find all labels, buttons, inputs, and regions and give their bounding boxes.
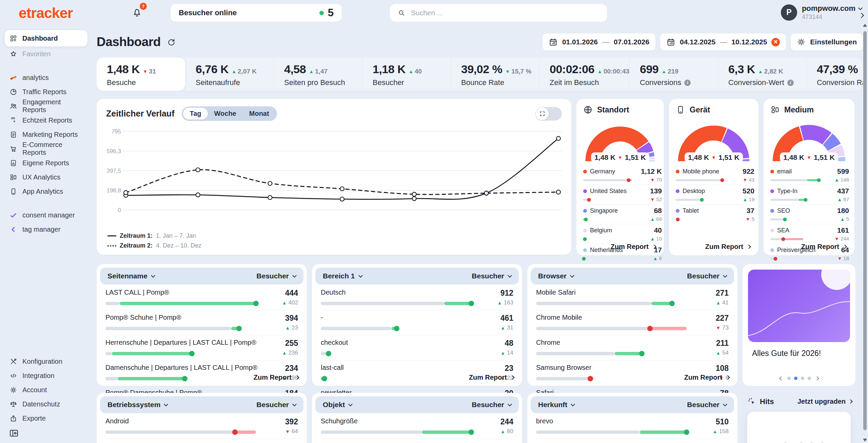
metric-select[interactable]: Besucher — [256, 401, 296, 409]
scroll-up-icon[interactable] — [863, 24, 867, 27]
sidebar-item-konfiguration[interactable]: Konfiguration — [5, 355, 87, 368]
account-switcher[interactable]: P pompwow.com 473144 — [781, 4, 862, 21]
info-icon[interactable]: i — [684, 80, 691, 86]
sidebar-item-eigene-reports[interactable]: Eigene Reports — [5, 156, 87, 170]
metric-select[interactable]: Besucher — [687, 272, 727, 280]
kpi-card-conversions[interactable]: 699▲219Conversionsi — [629, 58, 718, 91]
zum-report-link[interactable]: Zum Report — [469, 374, 514, 381]
sidebar-item-analytics[interactable]: analytics — [5, 71, 87, 84]
zum-report-link[interactable]: Zum Report — [254, 374, 299, 381]
dimension-select[interactable]: Bereich 1 — [323, 272, 362, 280]
row-value: 37 — [729, 207, 754, 215]
table-row[interactable]: Damenschuhe | Departures | LAST CALL | P… — [105, 360, 298, 385]
zum-report-link[interactable]: Zum Report — [705, 243, 750, 251]
sidebar-item-ux-analytics[interactable]: UX Analytics — [5, 170, 87, 184]
metric-select[interactable]: Besucher — [472, 401, 511, 409]
table-row[interactable]: Schuhgröße244▲80 — [321, 414, 513, 439]
kpi-card-besuche[interactable]: 1,48 K▼31Besuche — [97, 58, 185, 91]
clear-range-icon[interactable]: ✕ — [771, 38, 780, 46]
table-row[interactable]: Chrome211▲54 — [536, 335, 729, 360]
kpi-card-zeit-im-besuch[interactable]: 00:02:06▲00:00:43Zeit im Besuch — [539, 58, 629, 91]
table-row[interactable]: Android392▼64 — [105, 414, 298, 439]
table-row[interactable]: iOS379▲43 — [105, 439, 298, 443]
series-color-dot — [676, 170, 679, 173]
sidebar-item-e-commerce-reports[interactable]: E-Commerce Reports — [5, 142, 87, 155]
carousel-dot[interactable] — [787, 377, 791, 380]
sidebar-item-favoriten[interactable]: Favoriten — [5, 47, 87, 61]
collapse-sidebar-button[interactable] — [8, 428, 20, 438]
table-row[interactable]: Deutsch912▲163 — [321, 285, 513, 310]
zum-report-link[interactable]: Zum Report — [801, 243, 846, 251]
table-row[interactable]: Chrome Mobile227▼73 — [536, 310, 729, 335]
dimension-select[interactable]: Objekt — [323, 401, 352, 409]
kpi-label: Conversions — [640, 78, 681, 87]
search-input[interactable] — [410, 8, 599, 17]
metric-select[interactable]: Besucher — [472, 272, 511, 280]
metric-select[interactable]: Besucher — [256, 272, 296, 280]
sidebar-item-app-analytics[interactable]: App Analytics — [5, 185, 87, 198]
table-row[interactable]: checkout48▲14 — [321, 335, 513, 360]
table-row[interactable]: Herrenschuhe | Departures | LAST CALL | … — [105, 335, 298, 360]
sidebar-item-account[interactable]: Account — [5, 383, 87, 397]
sidebar-item-integration[interactable]: Integration — [5, 369, 87, 382]
sidebar-item-echtzeit-reports[interactable]: Echtzeit Reports — [5, 113, 87, 127]
sidebar-item-dashboard[interactable]: Dashboard — [5, 30, 87, 46]
upgrade-button[interactable]: Jetzt upgraden — [797, 398, 852, 405]
kpi-card-besucher[interactable]: 1,18 K▲40Besucher — [362, 58, 451, 91]
zum-report-link[interactable]: Zum Report — [684, 374, 729, 381]
table-row[interactable]: LAST CALL | Pomp®444▲402 — [105, 285, 298, 310]
trend-down-icon: ▼ — [143, 69, 147, 74]
carousel-dot[interactable] — [794, 377, 797, 380]
date-range-picker-2[interactable]: 04.12.2025—10.12.2025✕ — [660, 34, 786, 50]
kpi-value: 39,02 % — [461, 63, 502, 76]
visitors-online-widget[interactable]: Besucher online 5 — [171, 4, 342, 22]
table-row[interactable]: LAST CALL33▲20 — [321, 439, 513, 443]
dimension-select[interactable]: Betriebssystem — [107, 401, 167, 409]
toggle-woche[interactable]: Woche — [208, 108, 243, 120]
sidebar-item-tag-manager[interactable]: tag manager — [5, 223, 87, 236]
sidebar-item-exporte[interactable]: Exporte — [5, 412, 87, 425]
info-icon[interactable]: i — [787, 80, 794, 86]
date-range-picker-1[interactable]: 01.01.2026—07.01.2026 — [542, 34, 655, 50]
expand-chart-toggle[interactable] — [535, 107, 562, 121]
vertical-scrollbar[interactable] — [863, 24, 867, 443]
kpi-card-seiten-pro-besuch[interactable]: 4,58▲1,47Seiten pro Besuch — [274, 58, 362, 91]
carousel-dot[interactable] — [808, 377, 811, 380]
table-row[interactable]: Direkteinstieg386▲62 — [536, 439, 729, 443]
kpi-card-conversion-rate[interactable]: 47,39 %Conversion Rate — [806, 58, 863, 91]
scroll-down-icon[interactable] — [863, 439, 867, 442]
table-row[interactable]: Pomp® Schuhe | Pomp®394▲23 — [105, 310, 298, 335]
promo-carousel — [743, 377, 855, 380]
settings-button[interactable]: Einstellungen — [791, 34, 863, 50]
table-row[interactable]: Samsung Browser108▼6 — [536, 360, 729, 385]
dimension-select[interactable]: Browser — [538, 272, 574, 280]
carousel-prev-icon[interactable] — [779, 376, 784, 381]
table-row[interactable]: -461▲31 — [321, 310, 513, 335]
dimension-select[interactable]: Herkunft — [538, 401, 574, 409]
sidebar-item-engagement-reports[interactable]: Engagement Reports — [5, 99, 87, 113]
carousel-dot[interactable] — [801, 377, 804, 380]
row-label: Mobile phone — [683, 168, 719, 175]
sidebar-item-traffic-reports[interactable]: Traffic Reports — [5, 85, 87, 99]
kpi-card-seitenaufrufe[interactable]: 6,76 K▲2,07 KSeitenaufrufe — [185, 58, 274, 91]
sidebar-item-marketing-reports[interactable]: Marketing Reports — [5, 128, 87, 141]
kpi-card-bounce-rate[interactable]: 39,02 %▼15,7 %Bounce Rate — [451, 58, 539, 91]
table-row[interactable]: Mobile Safari271▲41 — [536, 285, 729, 310]
carousel-next-icon[interactable] — [815, 376, 819, 381]
search-bar[interactable] — [390, 4, 607, 22]
sidebar-item-datenschutz[interactable]: Datenschutz — [5, 397, 87, 411]
sidebar-item-consent-manager[interactable]: consent manager — [5, 208, 87, 222]
table-row[interactable]: last-call23▲22 — [321, 360, 513, 385]
scrollbar-thumb[interactable] — [863, 31, 867, 430]
dimension-select[interactable]: Seitenname — [107, 272, 155, 280]
kpi-value: 47,39 % — [817, 63, 858, 76]
toggle-tag[interactable]: Tag — [183, 108, 208, 120]
table-row[interactable]: brevo510▲158 — [536, 414, 729, 439]
zum-report-link[interactable]: Zum Report — [611, 243, 656, 251]
promo-card: Alles Gute für 2026! — [743, 264, 855, 386]
toggle-monat[interactable]: Monat — [243, 108, 276, 120]
refresh-icon[interactable] — [167, 38, 176, 46]
row-delta: 68 — [656, 216, 662, 222]
kpi-card-conversion-wert[interactable]: 6,3 K▲2,82 KConversion-Werti — [718, 58, 806, 91]
metric-select[interactable]: Besucher — [687, 401, 727, 409]
